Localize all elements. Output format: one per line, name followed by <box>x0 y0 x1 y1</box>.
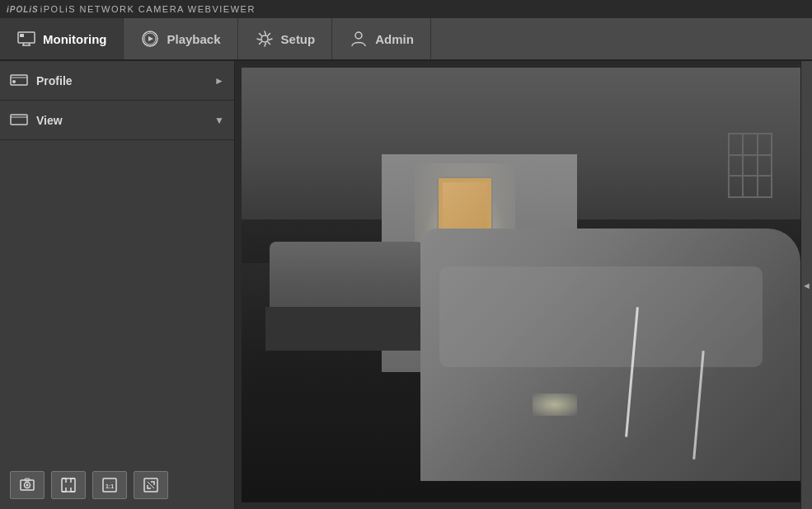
tab-monitoring-label: Monitoring <box>43 32 106 46</box>
scene-car-foreground <box>420 229 800 481</box>
view-arrow: ▼ <box>214 115 224 126</box>
setup-icon <box>255 31 275 47</box>
tab-playback[interactable]: Playback <box>124 18 237 59</box>
main-content: Profile ► View ▼ <box>0 61 812 509</box>
svg-point-11 <box>12 80 16 83</box>
profile-arrow: ► <box>214 75 224 87</box>
svg-point-7 <box>261 35 268 42</box>
view-label: View <box>36 114 206 127</box>
app-brand: iPOLiS <box>7 5 39 14</box>
svg-rect-4 <box>20 34 24 37</box>
svg-line-22 <box>148 482 154 488</box>
sidebar: Profile ► View ▼ <box>0 61 235 509</box>
profile-label: Profile <box>36 74 206 87</box>
tab-monitoring[interactable]: Monitoring <box>0 18 124 59</box>
svg-rect-0 <box>18 32 35 43</box>
tab-setup-label: Setup <box>281 32 316 46</box>
fit-button[interactable] <box>134 471 168 499</box>
fullscreen-button[interactable] <box>51 471 86 499</box>
tab-admin[interactable]: Admin <box>332 18 431 59</box>
svg-point-16 <box>26 484 29 487</box>
scene-wall-grid <box>728 133 772 198</box>
nav-bar: Monitoring Playback Setup <box>0 18 812 61</box>
admin-icon <box>349 31 368 47</box>
collapse-arrow-icon: ◄ <box>802 280 811 290</box>
app-title: iPOLiS NETWORK CAMERA WEBVIEWER <box>40 4 256 14</box>
profile-icon <box>10 74 28 87</box>
svg-text:1:1: 1:1 <box>106 483 114 489</box>
camera-view <box>242 68 800 502</box>
sidebar-toolbar: 1:1 <box>0 461 234 509</box>
video-canvas <box>242 68 800 502</box>
svg-rect-12 <box>11 115 27 125</box>
tab-playback-label: Playback <box>167 32 220 46</box>
svg-point-8 <box>355 32 362 39</box>
svg-rect-9 <box>11 75 27 85</box>
scene-floor-reflection <box>533 394 577 415</box>
collapse-sidebar-button[interactable]: ◄ <box>800 61 812 509</box>
title-bar: iPOLiS iPOLiS NETWORK CAMERA WEBVIEWER <box>0 0 812 18</box>
svg-rect-18 <box>62 478 75 492</box>
ratio-button[interactable]: 1:1 <box>92 471 127 499</box>
capture-button[interactable] <box>10 471 45 499</box>
tab-admin-label: Admin <box>375 32 414 46</box>
video-area: ◄ <box>235 61 812 509</box>
camera-scene <box>242 68 800 502</box>
view-icon <box>10 114 28 127</box>
scene-car-background <box>270 242 426 351</box>
playback-icon <box>140 31 160 47</box>
tab-setup[interactable]: Setup <box>238 18 333 59</box>
sidebar-item-profile[interactable]: Profile ► <box>0 61 234 101</box>
sidebar-item-view[interactable]: View ▼ <box>0 101 234 140</box>
monitoring-icon <box>16 31 36 47</box>
